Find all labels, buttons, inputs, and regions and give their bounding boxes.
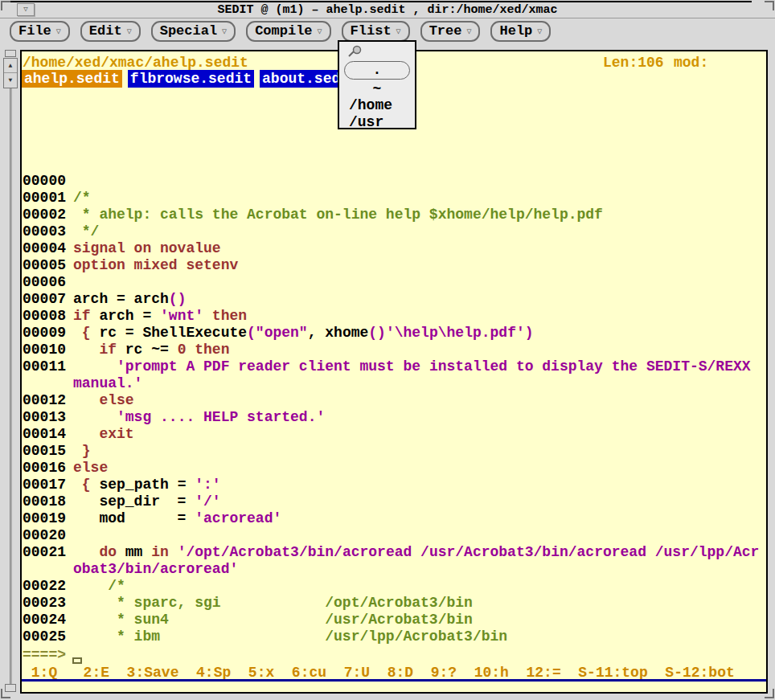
- code-line: 00015 }: [23, 443, 759, 460]
- status-divider: [22, 679, 766, 682]
- code-segment: [73, 342, 99, 358]
- code-area[interactable]: 0000000001/*00002 * ahelp: calls the Acr…: [23, 173, 759, 645]
- code-segment: [73, 426, 99, 442]
- code-line: 00001/*: [23, 190, 759, 207]
- code-segment: [73, 409, 117, 425]
- code-segment: do: [99, 544, 117, 560]
- flist-menu-items: .~/home/usr: [339, 61, 415, 131]
- code-segment: , xhome: [308, 325, 369, 341]
- menu-button-label: Tree: [429, 23, 462, 39]
- code-segment: mm: [117, 544, 151, 560]
- line-number: 00009: [23, 325, 73, 342]
- flist-item-[interactable]: .: [344, 61, 410, 80]
- line-number: 00022: [23, 578, 73, 595]
- line-number: 00007: [23, 291, 73, 308]
- flist-item-home[interactable]: /home: [339, 97, 415, 114]
- line-number: 00015: [23, 443, 73, 460]
- code-segment: (): [169, 291, 187, 307]
- code-segment: * sparc, sgi /opt/Acrobat3/bin: [73, 595, 473, 611]
- code-segment: option mixed setenv: [73, 257, 238, 273]
- code-segment: signal on novalue: [73, 240, 221, 256]
- code-line: 00005option mixed setenv: [23, 257, 759, 274]
- line-number: 00020: [23, 527, 73, 544]
- code-segment: {: [82, 325, 91, 341]
- code-line: 00019 mod = 'acroread': [23, 510, 759, 527]
- menu-button-help[interactable]: Help▽: [490, 21, 551, 42]
- code-segment: [186, 342, 195, 358]
- scrollbar-bottom-anchor[interactable]: [5, 684, 16, 692]
- code-segment: 'prompt A PDF reader client must be inst…: [117, 358, 751, 375]
- code-segment: then: [195, 342, 229, 358]
- line-number: 00000: [23, 173, 73, 190]
- pushpin-icon[interactable]: [347, 45, 363, 58]
- tab-ahelp-sedit[interactable]: ahelp.sedit: [22, 70, 122, 88]
- code-segment: * ibm /usr/lpp/Acrobat3/bin: [73, 628, 507, 645]
- scrollbar-elevator[interactable]: ▲ ▼: [3, 58, 18, 88]
- line-number: 00002: [23, 207, 73, 223]
- flist-item-[interactable]: ~: [339, 81, 415, 97]
- menu-button-compile[interactable]: Compile▽: [246, 21, 330, 42]
- chevron-down-icon: ▽: [222, 27, 227, 36]
- code-segment: ()'\help\help.pdf'): [368, 325, 533, 341]
- modified-indicator: mod:: [674, 55, 708, 71]
- menu-button-edit[interactable]: Edit▽: [80, 21, 141, 42]
- code-line: 00022 /*: [23, 578, 759, 595]
- line-number: 00013: [23, 409, 73, 426]
- code-segment: if: [73, 308, 91, 324]
- code-segment: in: [151, 544, 169, 560]
- code-line: obat3/bin/acroread': [23, 561, 759, 578]
- code-line: 00003 */: [23, 223, 759, 240]
- code-segment: mod =: [73, 510, 195, 526]
- line-number: 00005: [23, 257, 73, 274]
- menu-button-label: Special: [160, 23, 217, 39]
- line-number: 00008: [23, 308, 73, 325]
- line-number: 00006: [23, 274, 73, 291]
- menu-button-file[interactable]: File▽: [10, 21, 70, 42]
- code-segment: [169, 544, 178, 560]
- code-segment: {: [82, 477, 91, 493]
- code-line: manual.': [23, 375, 759, 392]
- flist-item-usr[interactable]: /usr: [339, 114, 415, 131]
- code-segment: else: [73, 460, 108, 476]
- menu-button-label: Flist: [351, 23, 392, 39]
- code-line: 00021 do mm in '/opt/Acrobat3/bin/acrore…: [23, 544, 759, 561]
- code-segment: 0: [178, 342, 187, 358]
- code-line: 00014 exit: [23, 426, 759, 443]
- scroll-down-icon[interactable]: ▼: [4, 73, 17, 88]
- code-line: 00004signal on novalue: [23, 240, 759, 257]
- menu-button-special[interactable]: Special▽: [151, 21, 236, 42]
- code-line: 00012 else: [23, 392, 759, 409]
- titlebar-separator: [0, 18, 775, 18]
- line-number: 00019: [23, 510, 73, 527]
- tab-about-sed[interactable]: about.sed: [260, 70, 342, 88]
- scroll-up-icon[interactable]: ▲: [4, 59, 17, 73]
- code-line: 00010 if rc ~= 0 then: [23, 342, 759, 358]
- code-segment: sep_dir =: [73, 493, 195, 510]
- line-number: 00025: [23, 628, 73, 645]
- text-cursor: [72, 657, 82, 664]
- code-segment: 'wnt': [160, 308, 203, 324]
- code-segment: /*: [108, 578, 125, 594]
- code-segment: manual.': [73, 375, 142, 391]
- line-number: 00012: [23, 392, 73, 409]
- scrollbar-top-anchor[interactable]: [5, 50, 16, 57]
- editor-area[interactable]: /home/xed/xmac/ahelp.sedit Len:106 mod: …: [20, 50, 768, 694]
- line-number: 00011: [23, 358, 73, 375]
- code-segment: 'acroread': [195, 510, 281, 526]
- code-segment: ':': [195, 477, 220, 493]
- code-line: 00018 sep_dir = '/': [23, 493, 759, 510]
- menu-button-label: File: [18, 23, 51, 39]
- menu-button-tree[interactable]: Tree▽: [420, 21, 481, 42]
- line-number: 00024: [23, 612, 73, 628]
- code-segment: * sun4 /usr/Acrobat3/bin: [73, 612, 473, 628]
- code-segment: */: [73, 223, 99, 239]
- line-number: 00023: [23, 595, 73, 612]
- scrollbar-cable[interactable]: [10, 88, 12, 684]
- code-segment: '/opt/Acrobat3/bin/acroread /usr/Acrobat…: [178, 544, 760, 560]
- tab-flbrowse-sedit[interactable]: flbrowse.sedit: [128, 70, 254, 88]
- chevron-down-icon: ▽: [318, 27, 322, 36]
- chevron-down-icon: ▽: [56, 27, 61, 36]
- code-segment: /*: [73, 190, 91, 206]
- code-segment: arch =: [91, 308, 160, 324]
- menu-button-flist[interactable]: Flist▽: [342, 21, 410, 42]
